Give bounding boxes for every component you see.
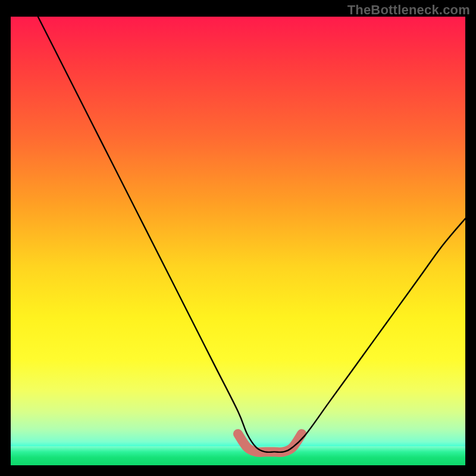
bottleneck-curve [38, 17, 465, 452]
chart-container: TheBottleneck.com [0, 0, 476, 476]
plot-area [11, 17, 465, 465]
attribution-text: TheBottleneck.com [347, 2, 470, 18]
curve-layer [11, 17, 465, 465]
optimal-zone-marker [238, 434, 302, 452]
